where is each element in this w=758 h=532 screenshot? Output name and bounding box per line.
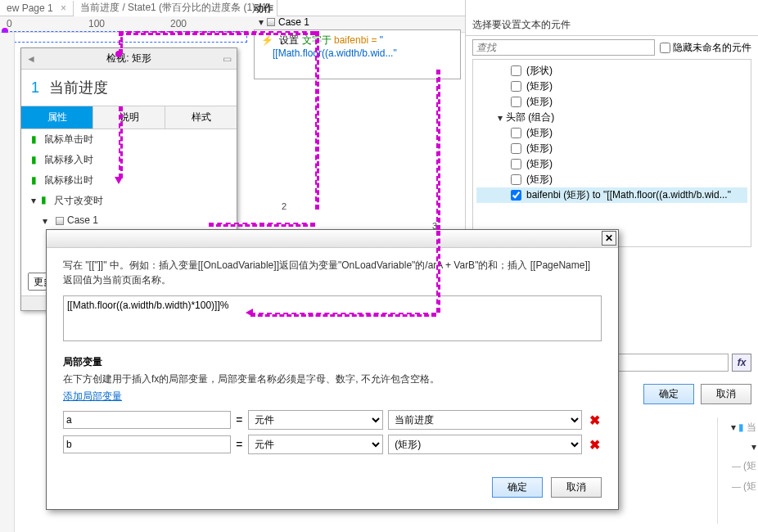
annotation-line xyxy=(436,70,440,230)
canvas-marker-2: 2 xyxy=(282,201,287,211)
arrow-down-icon xyxy=(115,177,123,184)
page-tab-2-label: 当前进度 / State1 (带百分比的进度条 (1) (1) xyxy=(80,2,270,13)
tab-properties[interactable]: 属性 xyxy=(21,106,93,128)
delete-icon[interactable]: ✖ xyxy=(587,437,602,453)
chevron-down-icon[interactable]: ▾ xyxy=(43,215,51,223)
vertical-ruler xyxy=(0,33,15,532)
dialog-cancel-button[interactable]: 取消 xyxy=(551,477,602,498)
page-tab-2[interactable]: 当前进度 / State1 (带百分比的进度条 (1) (1) xyxy=(74,0,277,16)
dialog-ok-button[interactable]: 确定 xyxy=(492,477,543,498)
event-case1[interactable]: ▾Case 1 xyxy=(21,211,237,229)
bolt-icon: ▮ xyxy=(31,174,39,183)
hide-unnamed-checkbox[interactable]: 隐藏未命名的元件 xyxy=(660,41,751,55)
inspector-title: 检视: 矩形 xyxy=(106,52,151,65)
tree-row-shape[interactable]: (形状) xyxy=(476,63,747,79)
fx-button[interactable]: fx xyxy=(732,354,751,372)
config-subtitle: 选择要设置文本的元件 xyxy=(466,0,758,36)
inspector-index: 1 xyxy=(31,79,39,97)
var-name-input[interactable] xyxy=(63,435,231,453)
lightning-icon: ⚡ xyxy=(261,34,273,46)
document-icon[interactable]: ▭ xyxy=(223,53,232,65)
bolt-icon: ▮ xyxy=(31,154,39,162)
tree-row-rect[interactable]: (矩形) xyxy=(476,79,747,94)
case-body[interactable]: ⚡ 设置 文字于 baifenbi = "[[Math.floor((a.wid… xyxy=(254,29,461,79)
event-onmouseenter[interactable]: ▮鼠标移入时 xyxy=(21,150,237,170)
annotation-dot xyxy=(115,51,122,57)
var-type-select[interactable]: 元件 xyxy=(248,410,384,430)
equals-label: = xyxy=(236,413,242,426)
tree-row-rect[interactable]: (矩形) xyxy=(476,156,747,172)
event-onmouseleave[interactable]: ▮鼠标移出时 xyxy=(21,170,237,191)
tree-row-rect[interactable]: (矩形) xyxy=(476,125,747,141)
var-row-a: = 元件 当前进度 ✖ xyxy=(63,410,602,430)
tree-row-rect[interactable]: (矩形) xyxy=(476,94,747,110)
config-ok-button[interactable]: 确定 xyxy=(643,384,694,404)
case-title: Case 1 xyxy=(278,16,309,28)
local-vars-hint: 在下方创建用于插入fx的局部变量，局部变量名称必须是字母、数字, 不允许包含空格… xyxy=(63,372,602,386)
chevron-down-icon[interactable]: ▾ xyxy=(31,195,39,203)
tab-notes[interactable]: 说明 xyxy=(93,106,165,128)
config-cancel-button[interactable]: 取消 xyxy=(701,384,751,404)
case-icon xyxy=(267,18,275,26)
actions-label: 动作 xyxy=(254,2,273,16)
tab-style[interactable]: 样式 xyxy=(165,106,237,128)
tree-row-rect[interactable]: (矩形) xyxy=(476,172,747,187)
selection-outline xyxy=(2,31,247,43)
case-icon xyxy=(56,217,64,225)
delete-icon[interactable]: ✖ xyxy=(587,413,602,428)
inspector-widget-name: 当前进度 xyxy=(49,78,108,97)
arrow-left-icon xyxy=(246,309,253,317)
fx-dialog: ✕ 写在 "[["]]" 中。例如：插入变量[[OnLoadVariable]]… xyxy=(46,229,619,510)
local-vars-title: 局部变量 xyxy=(63,355,602,369)
search-input[interactable] xyxy=(472,39,655,56)
tree-row-baifenbi[interactable]: baifenbi (矩形) to "[[Math.floor((a.width/… xyxy=(476,187,747,203)
widget-tree[interactable]: (形状) (矩形) (矩形) ▾头部 (组合) (矩形) (矩形) (矩形) (… xyxy=(472,59,751,247)
inspector-tabs: 属性 说明 样式 xyxy=(21,106,237,129)
bolt-icon: ▮ xyxy=(41,194,47,205)
equals-label: = xyxy=(236,438,242,451)
expression-textarea[interactable]: [[Math.floor((a.width/b.width)*100)]]% xyxy=(63,295,602,341)
var-row-b: = 元件 (矩形) ✖ xyxy=(63,435,602,454)
var-target-select[interactable]: 当前进度 xyxy=(388,410,582,430)
chevron-down-icon[interactable]: ▾ xyxy=(257,16,265,28)
event-onclick[interactable]: ▮鼠标单击时 xyxy=(21,129,237,150)
inspector-header[interactable]: ◄ 检视: 矩形 ▭ xyxy=(21,48,237,70)
tree-row-rect[interactable]: (矩形) xyxy=(476,141,747,156)
outline-panel-faded: ▾ ▮ 当 ▾ — (矩 — (矩 xyxy=(717,417,758,524)
chevron-left-icon[interactable]: ◄ xyxy=(26,53,36,65)
case-canvas-block: ▾ Case 1 ⚡ 设置 文字于 baifenbi = "[[Math.flo… xyxy=(254,15,461,79)
dialog-header[interactable]: ✕ xyxy=(47,230,618,248)
chevron-down-icon[interactable]: ▾ xyxy=(496,112,504,124)
var-target-select[interactable]: (矩形) xyxy=(388,435,582,454)
var-name-input[interactable] xyxy=(63,411,231,429)
close-icon[interactable]: × xyxy=(61,2,66,14)
event-onresize[interactable]: ▾▮尺寸改变时 xyxy=(21,191,237,211)
bolt-icon: ▮ xyxy=(31,133,39,142)
var-type-select[interactable]: 元件 xyxy=(248,435,384,454)
page-tab-1[interactable]: ew Page 1 × xyxy=(0,1,74,16)
tree-row-head-group[interactable]: ▾头部 (组合) xyxy=(476,110,747,125)
close-icon[interactable]: ✕ xyxy=(602,231,616,246)
dialog-description: 写在 "[["]]" 中。例如：插入变量[[OnLoadVariable]]返回… xyxy=(63,258,602,287)
page-tab-1-label: ew Page 1 xyxy=(7,2,53,14)
add-local-var-link[interactable]: 添加局部变量 xyxy=(63,390,122,404)
